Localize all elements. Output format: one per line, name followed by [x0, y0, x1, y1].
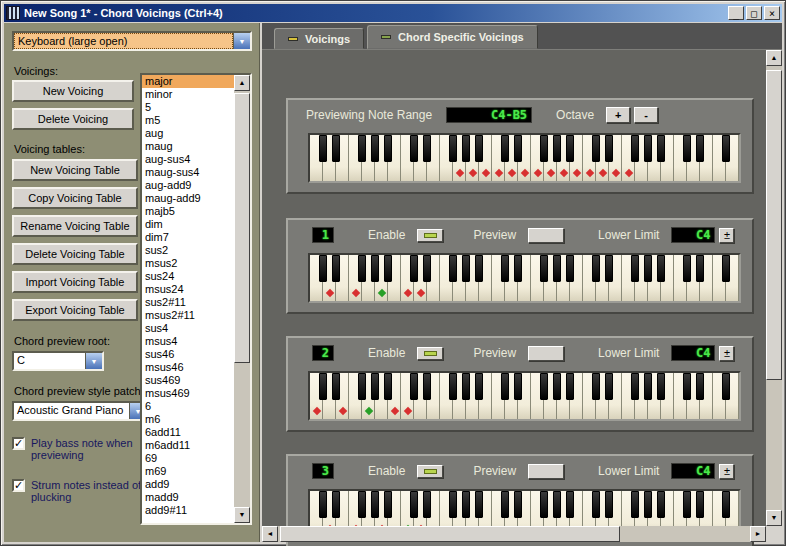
voicing-list-item[interactable]: sus469 [142, 374, 234, 387]
piano-key-black[interactable] [566, 373, 574, 400]
chord-root-value[interactable]: C [14, 353, 85, 369]
voicing-list-item[interactable]: majb5 [142, 205, 234, 218]
piano-key-black[interactable] [384, 491, 392, 518]
voicing-table-button[interactable]: New Voicing Table [12, 159, 138, 181]
piano-key-black[interactable] [501, 135, 509, 162]
tab-voicings[interactable]: Voicings [274, 28, 364, 49]
piano-key-black[interactable] [371, 373, 379, 400]
piano-key-black[interactable] [722, 373, 730, 400]
voicing-list-item[interactable]: sus2 [142, 244, 234, 257]
piano-key-black[interactable] [358, 135, 366, 162]
right-vertical-scrollbar[interactable]: ▲ ▼ [766, 50, 782, 526]
piano-key-black[interactable] [449, 135, 457, 162]
scrollbar-thumb[interactable] [766, 70, 782, 380]
scroll-up-button[interactable]: ▲ [234, 75, 250, 91]
piano-key-black[interactable] [514, 255, 522, 282]
piano-key-black[interactable] [696, 491, 704, 518]
piano-key-black[interactable] [657, 373, 665, 400]
piano-key-black[interactable] [553, 135, 561, 162]
scrollbar-thumb[interactable] [234, 93, 250, 363]
voicing-list-item[interactable]: msus46 [142, 361, 234, 374]
piano-key-black[interactable] [475, 373, 483, 400]
piano-key-black[interactable] [553, 255, 561, 282]
piano-key-black[interactable] [631, 491, 639, 518]
piano-key-black[interactable] [540, 491, 548, 518]
voicing-list-item[interactable]: aug-sus4 [142, 153, 234, 166]
voicing-list-item[interactable]: 5 [142, 101, 234, 114]
scroll-right-button[interactable]: ► [750, 526, 766, 542]
voicing-table-button[interactable]: Rename Voicing Table [12, 215, 138, 237]
piano-key-black[interactable] [657, 255, 665, 282]
piano-key-black[interactable] [332, 255, 340, 282]
piano-key-black[interactable] [592, 373, 600, 400]
voicing-list-item[interactable]: msus4 [142, 335, 234, 348]
piano-key-black[interactable] [423, 491, 431, 518]
piano-key-black[interactable] [696, 255, 704, 282]
voicing-list-item[interactable]: m69 [142, 465, 234, 478]
minimize-button[interactable]: _ [728, 6, 744, 20]
piano-key-black[interactable] [722, 255, 730, 282]
piano-key-black[interactable] [462, 373, 470, 400]
preview-button[interactable] [528, 346, 564, 361]
scrollbar-track[interactable] [278, 526, 750, 542]
voicing-list-item[interactable]: msus2 [142, 257, 234, 270]
piano-key-black[interactable] [332, 373, 340, 400]
piano-key-black[interactable] [605, 255, 613, 282]
piano-key-black[interactable] [657, 491, 665, 518]
piano-key-black[interactable] [449, 255, 457, 282]
enable-toggle[interactable] [417, 347, 443, 360]
piano-key-black[interactable] [319, 491, 327, 518]
piano-key-black[interactable] [540, 373, 548, 400]
preview-button[interactable] [528, 464, 564, 479]
piano-key-black[interactable] [644, 135, 652, 162]
piano-key-black[interactable] [371, 491, 379, 518]
piano-key-black[interactable] [605, 373, 613, 400]
piano-key-black[interactable] [358, 491, 366, 518]
voicing-list-item[interactable]: m5 [142, 114, 234, 127]
piano-key-black[interactable] [423, 135, 431, 162]
scroll-down-button[interactable]: ▼ [234, 507, 250, 523]
piano-key-black[interactable] [423, 373, 431, 400]
piano-key-black[interactable] [501, 255, 509, 282]
voicing-list-item[interactable]: sus4 [142, 322, 234, 335]
octave-down-button[interactable]: - [634, 107, 658, 123]
piano-key-black[interactable] [358, 255, 366, 282]
right-horizontal-scrollbar[interactable]: ◄ ► [262, 526, 766, 542]
patch-value[interactable]: Acoustic Grand Piano [14, 403, 129, 419]
piano-key-black[interactable] [462, 255, 470, 282]
voicing-list-item[interactable]: minor [142, 88, 234, 101]
voicing-list-item[interactable]: aug [142, 127, 234, 140]
scroll-left-button[interactable]: ◄ [262, 526, 278, 542]
voicing-list-item[interactable]: msus469 [142, 387, 234, 400]
piano-key-black[interactable] [553, 373, 561, 400]
voicing-list-item[interactable]: sus46 [142, 348, 234, 361]
piano-key-black[interactable] [410, 135, 418, 162]
piano-key-black[interactable] [683, 135, 691, 162]
piano-key-black[interactable] [683, 491, 691, 518]
preview-button[interactable] [528, 228, 564, 243]
piano-key-black[interactable] [475, 491, 483, 518]
list-scrollbar[interactable]: ▲ ▼ [234, 75, 250, 523]
voicing-list-item[interactable]: msus24 [142, 283, 234, 296]
lower-limit-adjust-button[interactable]: ± [719, 346, 734, 361]
scroll-down-button[interactable]: ▼ [766, 510, 782, 526]
piano-key-black[interactable] [384, 135, 392, 162]
octave-up-button[interactable]: + [606, 107, 630, 123]
piano-key-black[interactable] [449, 491, 457, 518]
piano-key-black[interactable] [332, 491, 340, 518]
piano-key-black[interactable] [683, 373, 691, 400]
title-bar[interactable]: New Song 1* - Chord Voicings (Ctrl+4) _ … [4, 4, 782, 22]
piano-key-black[interactable] [319, 373, 327, 400]
dropdown-button[interactable]: ▼ [233, 33, 250, 49]
piano-key-black[interactable] [475, 135, 483, 162]
voicing-list-item[interactable]: aug-add9 [142, 179, 234, 192]
piano-key-black[interactable] [501, 373, 509, 400]
piano-key-black[interactable] [553, 491, 561, 518]
piano-key-black[interactable] [722, 135, 730, 162]
voicing-list-item[interactable]: madd9 [142, 491, 234, 504]
voicing-list-item[interactable]: major [142, 75, 234, 88]
voicing-list-item[interactable]: add9#11 [142, 504, 234, 517]
tab-chord-specific-voicings[interactable]: Chord Specific Voicings [367, 25, 538, 49]
voicing-list-item[interactable]: 6add11 [142, 426, 234, 439]
enable-toggle[interactable] [417, 465, 443, 478]
